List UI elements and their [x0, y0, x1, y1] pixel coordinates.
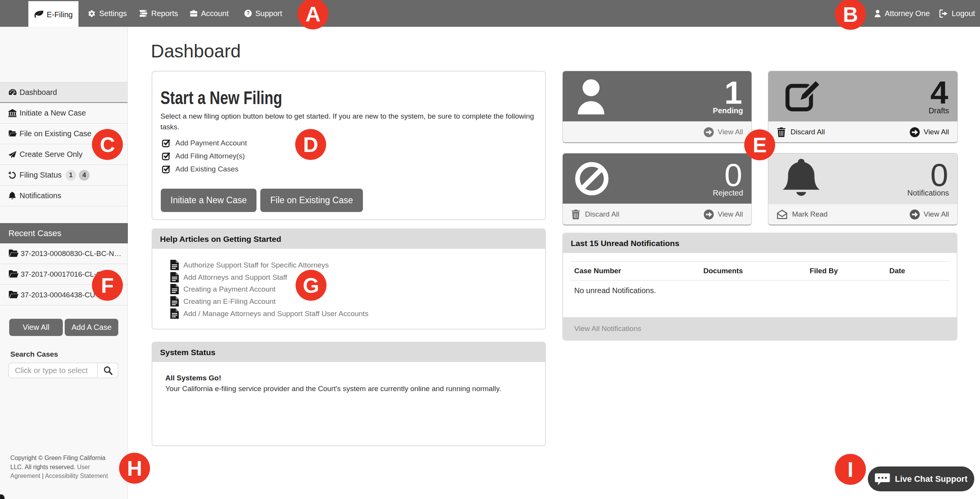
svg-text:?: ? [247, 10, 250, 16]
